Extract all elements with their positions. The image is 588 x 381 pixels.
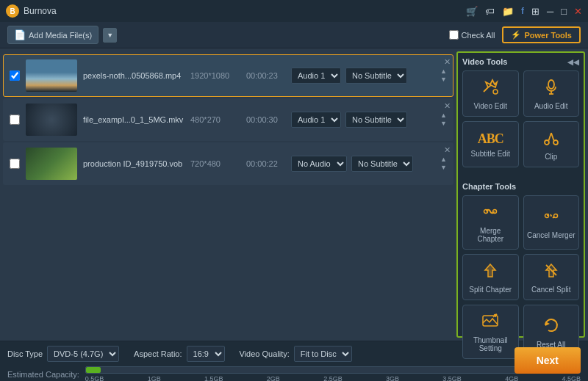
close-icon[interactable]: ✕ [574, 6, 582, 17]
clip-button[interactable]: Clip [523, 121, 580, 167]
title-bar-icons: 🛒 🏷 📁 f ⊞ ─ □ ✕ [466, 6, 582, 17]
aspect-ratio-label: Aspect Ratio: [134, 349, 182, 358]
file-up-2[interactable]: ▲ [440, 112, 447, 119]
capacity-bar-bg [85, 366, 581, 374]
split-chapter-label: Split Chapter [469, 286, 512, 294]
merge-chapter-icon [481, 202, 500, 224]
file-res-1: 1920*1080 [190, 71, 242, 80]
thumbnail-setting-icon [481, 311, 500, 333]
next-button[interactable]: Next [514, 347, 581, 374]
file-thumb-1 [26, 59, 77, 92]
disc-type-label: Disc Type [7, 349, 43, 358]
file-audio-1[interactable]: Audio 1 [291, 68, 341, 84]
cancel-merger-label: Cancel Merger [527, 231, 576, 239]
right-panel: Video Tools ◀◀ Video Edit [456, 51, 585, 338]
panel-collapse-icon[interactable]: ◀◀ [567, 58, 579, 66]
file-updown-1: ▲ ▼ [440, 68, 447, 83]
power-tools-icon: ⚡ [511, 30, 521, 40]
cancel-merger-icon [542, 206, 561, 228]
file-up-3[interactable]: ▲ [440, 156, 447, 163]
file-thumb-3 [26, 148, 77, 180]
svg-line-6 [548, 133, 551, 141]
video-edit-button[interactable]: Video Edit [462, 70, 519, 117]
audio-edit-icon [542, 77, 561, 99]
file-up-1[interactable]: ▲ [440, 68, 447, 75]
power-tools-button[interactable]: ⚡ Power Tools [502, 26, 581, 43]
video-quality-label: Video Quality: [240, 349, 290, 358]
file-down-2[interactable]: ▼ [440, 120, 447, 127]
svg-point-1 [548, 80, 554, 89]
subtitle-edit-button[interactable]: ABC Subtitle Edit [462, 121, 519, 167]
file-checkbox-3[interactable] [10, 159, 20, 169]
add-media-chevron-button[interactable]: ▼ [103, 28, 117, 43]
title-bar: B Burnova 🛒 🏷 📁 f ⊞ ─ □ ✕ [0, 0, 588, 22]
merge-chapter-label: Merge Chapter [466, 227, 515, 243]
merge-chapter-button[interactable]: Merge Chapter [462, 195, 519, 250]
title-bar-left: B Burnova [6, 4, 57, 18]
maximize-icon[interactable]: □ [561, 6, 567, 17]
bottom-row2: Estimated Capacity: 0.5GB 1GB 1.5GB 2GB … [7, 366, 581, 381]
file-subtitle-2[interactable]: No Subtitle [345, 112, 407, 128]
cancel-merger-button[interactable]: Cancel Merger [523, 195, 580, 250]
file-audio-2[interactable]: Audio 1 [291, 112, 341, 128]
file-updown-2: ▲ ▼ [440, 112, 447, 127]
file-res-2: 480*270 [190, 115, 242, 124]
audio-edit-label: Audio Edit [534, 102, 568, 110]
file-subtitle-3[interactable]: No Subtitle [351, 156, 413, 172]
file-updown-3: ▲ ▼ [440, 156, 447, 171]
add-media-label: Add Media File(s) [29, 31, 92, 40]
add-media-button[interactable]: 📄 Add Media File(s) [7, 26, 98, 44]
file-info-3: production ID_4919750.vob 720*480 00:00:… [83, 156, 437, 172]
thumb-sky [26, 59, 77, 92]
subtitle-edit-icon: ABC [478, 131, 503, 147]
svg-marker-12 [485, 264, 495, 277]
file-dur-1: 00:00:23 [246, 71, 287, 80]
chapter-tools-title: Chapter Tools [462, 182, 579, 191]
svg-point-5 [553, 140, 558, 145]
thumbnail-setting-button[interactable]: Thumbnail Setting [462, 305, 519, 359]
minimize-icon[interactable]: ─ [547, 6, 553, 17]
cart-icon[interactable]: 🛒 [466, 6, 478, 17]
file-subtitle-1[interactable]: No Subtitle [345, 68, 407, 84]
video-quality-field: Video Quality: Fit to Disc [240, 346, 352, 362]
file-dur-3: 00:00:22 [246, 159, 287, 168]
file-info-1: pexels-noth...0505868.mp4 1920*1080 00:0… [83, 68, 437, 84]
file-list: ✕ pexels-noth...0505868.mp4 1920*1080 00… [0, 48, 456, 341]
row-close-3[interactable]: ✕ [444, 145, 451, 155]
split-chapter-icon [481, 261, 500, 283]
row-close-1[interactable]: ✕ [444, 57, 451, 67]
audio-edit-button[interactable]: Audio Edit [523, 70, 580, 117]
subtitle-edit-label: Subtitle Edit [471, 150, 510, 158]
share-icon[interactable]: ⊞ [531, 6, 539, 17]
split-chapter-button[interactable]: Split Chapter [462, 254, 519, 300]
svg-line-7 [551, 133, 554, 141]
disc-type-select[interactable]: DVD-5 (4.7G) [47, 346, 119, 362]
file-down-3[interactable]: ▼ [440, 164, 447, 171]
table-row: ✕ production ID_4919750.vob 720*480 00:0… [3, 142, 453, 185]
thumb-dark [26, 104, 77, 136]
fb-icon[interactable]: f [521, 6, 524, 16]
toolbar-left: 📄 Add Media File(s) ▼ [7, 26, 117, 44]
app-title: Burnova [24, 6, 57, 16]
file-res-3: 720*480 [190, 159, 242, 168]
file-checkbox-2[interactable] [10, 115, 20, 125]
file-checkbox-1[interactable] [10, 70, 20, 81]
file-name-1: pexels-noth...0505868.mp4 [83, 71, 186, 80]
video-tools-title: Video Tools ◀◀ [462, 57, 579, 66]
video-quality-select[interactable]: Fit to Disc [294, 346, 352, 362]
aspect-ratio-field: Aspect Ratio: 16:9 [134, 346, 224, 362]
row-close-2[interactable]: ✕ [444, 101, 451, 111]
check-all-label[interactable]: Check All [449, 30, 495, 40]
check-all-checkbox[interactable] [449, 30, 459, 40]
svg-point-4 [545, 140, 549, 145]
capacity-ticks: 0.5GB 1GB 1.5GB 2GB 2.5GB 3GB 3.5GB 4GB … [85, 375, 581, 381]
tag-icon[interactable]: 🏷 [485, 6, 495, 17]
file-name-2: file_exampl...0_1_5MG.mkv [83, 115, 186, 124]
app-logo: B [6, 4, 19, 18]
cancel-split-button[interactable]: Cancel Split [523, 254, 580, 300]
table-row: ✕ file_exampl...0_1_5MG.mkv 480*270 00:0… [3, 98, 453, 141]
file-audio-3[interactable]: No Audio [291, 156, 347, 172]
aspect-ratio-select[interactable]: 16:9 [187, 346, 225, 362]
folder-icon[interactable]: 📁 [502, 6, 514, 17]
file-down-1[interactable]: ▼ [440, 76, 447, 83]
